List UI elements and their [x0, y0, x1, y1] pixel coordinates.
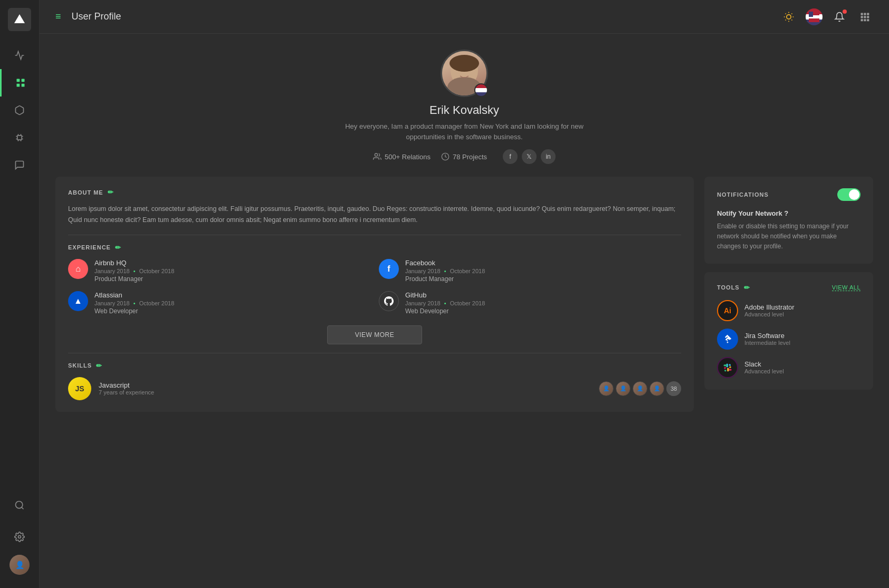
skill-avatar-1: 👤 — [599, 381, 614, 396]
sidebar-item-chip[interactable] — [0, 124, 39, 151]
airbnb-role: Product Manager — [94, 275, 174, 283]
atlassian-role: Web Developer — [94, 307, 174, 315]
svg-rect-29 — [867, 19, 869, 21]
skill-count: 38 — [666, 381, 681, 396]
avatar-image: 👤 — [9, 555, 30, 575]
github-logo — [379, 291, 399, 311]
svg-rect-2 — [16, 84, 20, 87]
about-me-card: ABOUT ME ✏ Lorem ipsum dolor sit amet, c… — [55, 177, 694, 412]
tools-label: TOOLS — [717, 284, 740, 291]
skills-title: SKILLS ✏ — [68, 362, 681, 370]
svg-rect-22 — [864, 13, 866, 15]
experience-title: EXPERIENCE ✏ — [68, 244, 681, 252]
menu-icon[interactable]: ≡ — [55, 11, 61, 22]
svg-rect-26 — [867, 16, 869, 18]
javascript-name: Javascript — [99, 381, 591, 389]
jira-name: Jira Software — [744, 332, 790, 340]
tools-card: TOOLS ✏ VIEW ALL Ai Adobe Illustrator Ad… — [704, 272, 873, 390]
about-me-edit-icon[interactable]: ✏ — [108, 188, 114, 196]
sidebar-bottom: 👤 — [9, 491, 30, 580]
about-me-text: Lorem ipsum dolor sit amet, consectetur … — [68, 204, 681, 226]
sidebar-item-search[interactable] — [9, 491, 30, 519]
svg-point-35 — [375, 153, 377, 156]
tools-edit-icon[interactable]: ✏ — [744, 284, 750, 292]
left-column: ABOUT ME ✏ Lorem ipsum dolor sit amet, c… — [55, 177, 694, 412]
github-dates: January 2018 • October 2018 — [405, 300, 485, 306]
skills-edit-icon[interactable]: ✏ — [96, 362, 102, 370]
exp-item-atlassian: ▲ Atlassian January 2018 • October 2018 … — [68, 291, 370, 315]
svg-rect-27 — [861, 19, 863, 21]
tool-ai-info: Adobe Illustrator Advanced level — [744, 303, 795, 317]
skill-avatar-2: 👤 — [616, 381, 630, 396]
view-more-button[interactable]: VIEW MORE — [327, 325, 422, 344]
sidebar-item-activity[interactable] — [0, 42, 39, 69]
apps-grid-button[interactable] — [856, 8, 873, 25]
airbnb-dates: January 2018 • October 2018 — [94, 268, 174, 274]
svg-line-15 — [786, 20, 786, 20]
sidebar-item-settings[interactable] — [9, 523, 30, 551]
svg-rect-19 — [809, 18, 819, 22]
atlassian-info: Atlassian January 2018 • October 2018 We… — [94, 291, 174, 315]
svg-point-8 — [787, 14, 791, 18]
airbnb-info: Airbnb HQ January 2018 • October 2018 Pr… — [94, 259, 174, 283]
notifications-toggle[interactable] — [837, 188, 861, 201]
slack-name: Slack — [744, 360, 784, 368]
svg-rect-25 — [864, 16, 866, 18]
skills-label: SKILLS — [68, 362, 92, 369]
notification-dot — [843, 9, 847, 14]
notifications-label: NOTIFICATIONS — [717, 191, 769, 198]
skill-avatars: 👤 👤 👤 👤 38 — [599, 381, 681, 396]
sidebar-item-chat[interactable] — [0, 151, 39, 179]
notifications-title: NOTIFICATIONS — [717, 191, 769, 198]
github-company: GitHub — [405, 291, 485, 299]
facebook-link[interactable]: f — [503, 149, 518, 164]
experience-edit-icon[interactable]: ✏ — [115, 244, 121, 252]
svg-line-16 — [791, 13, 792, 14]
experience-label: EXPERIENCE — [68, 244, 111, 250]
app-logo[interactable] — [8, 8, 31, 31]
atlassian-dates: January 2018 • October 2018 — [94, 300, 174, 306]
relations-count: 500+ Relations — [385, 153, 431, 161]
svg-rect-0 — [16, 79, 20, 82]
content-area: Erik Kovalsky Hey everyone, Iam a produc… — [40, 34, 889, 588]
sidebar: 👤 — [0, 0, 40, 588]
exp-item-airbnb: ⌂ Airbnb HQ January 2018 • October 2018 … — [68, 259, 370, 283]
profile-avatar-wrap — [441, 50, 488, 97]
facebook-dates: January 2018 • October 2018 — [405, 268, 485, 274]
notifications-card: NOTIFICATIONS Notify Your Network ? Enab… — [704, 177, 873, 264]
tool-item-slack: Slack Advanced level — [717, 357, 861, 378]
skill-avatar-3: 👤 — [633, 381, 647, 396]
svg-line-11 — [786, 13, 786, 14]
tool-slack-info: Slack Advanced level — [744, 360, 784, 374]
right-column: NOTIFICATIONS Notify Your Network ? Enab… — [704, 177, 873, 412]
stat-projects: 78 Projects — [441, 152, 487, 161]
exp-item-facebook: f Facebook January 2018 • October 2018 P… — [379, 259, 681, 283]
linkedin-link[interactable]: in — [541, 149, 556, 164]
sidebar-nav — [0, 42, 39, 491]
language-selector[interactable] — [806, 8, 823, 25]
tool-jira-info: Jira Software Intermediate level — [744, 332, 790, 346]
github-role: Web Developer — [405, 307, 485, 315]
svg-rect-23 — [867, 13, 869, 15]
view-all-tools-link[interactable]: VIEW ALL — [832, 284, 861, 291]
adobe-illustrator-name: Adobe Illustrator — [744, 303, 795, 311]
theme-toggle-button[interactable] — [780, 8, 797, 25]
slack-icon — [717, 357, 738, 378]
notifications-bell[interactable] — [831, 8, 848, 25]
svg-rect-20 — [809, 12, 813, 17]
twitter-link[interactable]: 𝕏 — [522, 149, 537, 164]
main-area: ≡ User Profile — [40, 0, 889, 588]
javascript-experience: 7 years of experience — [99, 389, 591, 396]
svg-point-5 — [16, 502, 23, 508]
header: ≡ User Profile — [40, 0, 889, 34]
main-grid: ABOUT ME ✏ Lorem ipsum dolor sit amet, c… — [55, 177, 873, 412]
tools-header: TOOLS ✏ VIEW ALL — [717, 284, 861, 292]
sidebar-item-dashboard[interactable] — [0, 69, 39, 97]
profile-stats: 500+ Relations 78 Projects f 𝕏 in — [373, 149, 556, 164]
about-me-title: ABOUT ME ✏ — [68, 188, 681, 196]
javascript-info: Javascript 7 years of experience — [99, 381, 591, 396]
airbnb-logo: ⌂ — [68, 259, 88, 279]
sidebar-item-cube[interactable] — [0, 97, 39, 124]
atlassian-logo: ▲ — [68, 291, 88, 311]
user-avatar-sidebar[interactable]: 👤 — [9, 555, 30, 575]
